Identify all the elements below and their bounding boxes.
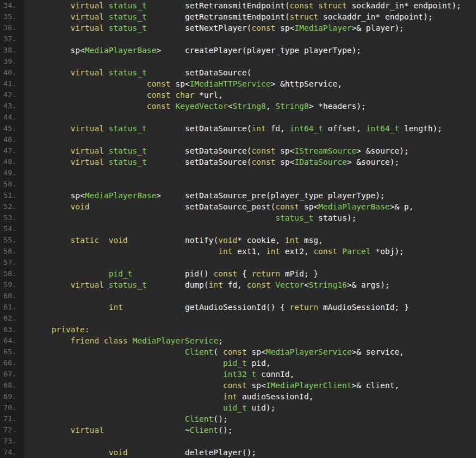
type-token: IMediaPlayer (294, 23, 351, 32)
keyword-token: friend (70, 336, 99, 345)
type-token: Client (189, 426, 218, 435)
code-line: 65. Client( const sp<MediaPlayerService>… (0, 346, 476, 357)
plain-token: sp< (170, 79, 189, 88)
code-line: 71. Client(); (0, 413, 476, 424)
code-line: 48. virtual status_t setDataSource(const… (0, 156, 476, 168)
keyword-token: const (147, 90, 171, 99)
code-text[interactable] (24, 34, 476, 45)
code-line: 58. pid_t pid() const { return mPid; } (0, 268, 476, 279)
type-token: status_t (108, 1, 146, 10)
code-text[interactable]: static void notify(void* cookie, int msg… (24, 235, 476, 246)
code-text[interactable]: Client( const sp<MediaPlayerService>& se… (24, 346, 476, 357)
keyword-token: int (266, 247, 280, 256)
line-number: 42. (0, 89, 24, 101)
keyword-token: void (108, 448, 127, 457)
code-line: 63. private: (0, 324, 476, 335)
code-text[interactable]: int audioSessionId, (24, 391, 476, 402)
plain-token: mPid; } (280, 269, 318, 278)
code-text[interactable]: virtual status_t setDataSource(int fd, i… (24, 123, 476, 134)
code-text[interactable] (24, 290, 476, 302)
code-text[interactable]: virtual status_t setDataSource(const sp<… (24, 145, 476, 156)
code-text[interactable] (24, 134, 476, 145)
code-line: 43. const KeyedVector<String8, String8> … (0, 101, 476, 112)
code-text[interactable]: const char *url, (24, 89, 476, 101)
plain-token (99, 236, 108, 245)
keyword-token: virtual (70, 280, 104, 289)
plain-token: *url, (194, 90, 223, 99)
plain-token: sp< (299, 202, 318, 211)
code-line: 47. virtual status_t setDataSource(const… (0, 145, 476, 156)
code-text[interactable] (24, 56, 476, 67)
line-number: 43. (0, 101, 24, 112)
code-text[interactable]: status_t status); (24, 212, 476, 223)
code-text[interactable]: void deletePlayer(); (24, 447, 476, 458)
code-text[interactable]: int getAudioSessionId() { return mAudioS… (24, 302, 476, 313)
code-text[interactable]: virtual status_t setNextPlayer(const sp<… (24, 22, 476, 34)
code-text[interactable] (24, 168, 476, 179)
plain-token (32, 269, 108, 278)
plain-token: mAudioSessionId; } (318, 303, 409, 312)
keyword-token: int (223, 392, 237, 401)
code-text[interactable] (24, 313, 476, 324)
code-line: 51. sp<MediaPlayerBase> setDataSource_pr… (0, 190, 476, 201)
keyword-token: virtual (70, 12, 104, 21)
type-token: status_t (108, 158, 146, 166)
line-number: 35. (0, 11, 24, 22)
code-text[interactable]: virtual status_t setDataSource(const sp<… (24, 156, 476, 168)
keyword-token: char (175, 90, 194, 99)
line-number: 58. (0, 268, 24, 279)
plain-token (32, 381, 223, 390)
type-token: IMediaPlayerClient (266, 381, 352, 390)
code-text[interactable]: void setDataSource_post(const sp<MediaPl… (24, 201, 476, 212)
plain-token (170, 102, 175, 111)
plain-token (32, 236, 70, 245)
plain-token: sp< (275, 23, 294, 32)
code-text[interactable] (24, 436, 476, 447)
code-text[interactable]: const KeyedVector<String8, String8> *hea… (24, 101, 476, 112)
plain-token: dump( (147, 280, 209, 289)
type-token: Client (185, 414, 213, 423)
code-text[interactable]: sp<MediaPlayerBase> createPlayer(player_… (24, 45, 476, 56)
plain-token (32, 370, 223, 379)
code-text[interactable]: const sp<IMediaHTTPService> &httpService… (24, 78, 476, 89)
code-text[interactable]: Client(); (24, 413, 476, 424)
plain-token: >& service, (351, 347, 404, 356)
code-text[interactable]: virtual status_t setRetransmitEndpoint(c… (24, 0, 476, 11)
code-text[interactable]: sp<MediaPlayerBase> setDataSource_pre(pl… (24, 190, 476, 201)
code-text[interactable]: int32_t connId, (24, 369, 476, 380)
line-number: 39. (0, 56, 24, 67)
plain-token: >& client, (351, 381, 399, 390)
code-text[interactable]: virtual status_t getRetransmitEndpoint(s… (24, 11, 476, 22)
code-line: 41. const sp<IMediaHTTPService> &httpSer… (0, 78, 476, 89)
code-editor[interactable]: 34. virtual status_t setRetransmitEndpoi… (0, 0, 476, 458)
keyword-token: const (147, 102, 171, 111)
code-text[interactable]: virtual status_t setDataSource( (24, 67, 476, 78)
code-text[interactable] (24, 112, 476, 123)
code-text[interactable]: const sp<IMediaPlayerClient>& client, (24, 380, 476, 391)
plain-token: * cookie, (237, 236, 285, 245)
code-line: 64. friend class MediaPlayerService; (0, 335, 476, 346)
keyword-token: const (251, 23, 275, 32)
code-text[interactable] (24, 179, 476, 190)
code-text[interactable] (24, 257, 476, 268)
code-text[interactable]: virtual status_t dump(int fd, const Vect… (24, 279, 476, 290)
plain-token: ext1, (232, 247, 266, 256)
plain-token (32, 303, 108, 312)
code-line: 53. status_t status); (0, 212, 476, 223)
code-text[interactable]: uid_t uid); (24, 402, 476, 413)
code-text[interactable]: private: (24, 324, 476, 335)
code-text[interactable]: virtual ~Client(); (24, 424, 476, 436)
code-line: 50. (0, 179, 476, 190)
plain-token: setDataSource( (147, 68, 252, 77)
code-text[interactable]: pid_t pid() const { return mPid; } (24, 268, 476, 279)
plain-token: > createPlayer(player_type playerType); (156, 46, 361, 55)
type-token: MediaPlayerService (132, 336, 218, 345)
plain-token (128, 336, 133, 345)
code-text[interactable]: pid_t pid, (24, 357, 476, 369)
code-text[interactable]: int ext1, int ext2, const Parcel *obj); (24, 246, 476, 257)
plain-token: uid); (247, 403, 275, 412)
code-text[interactable]: friend class MediaPlayerService; (24, 335, 476, 346)
plain-token: sp< (32, 191, 85, 200)
code-text[interactable] (24, 223, 476, 235)
plain-token (32, 392, 223, 401)
